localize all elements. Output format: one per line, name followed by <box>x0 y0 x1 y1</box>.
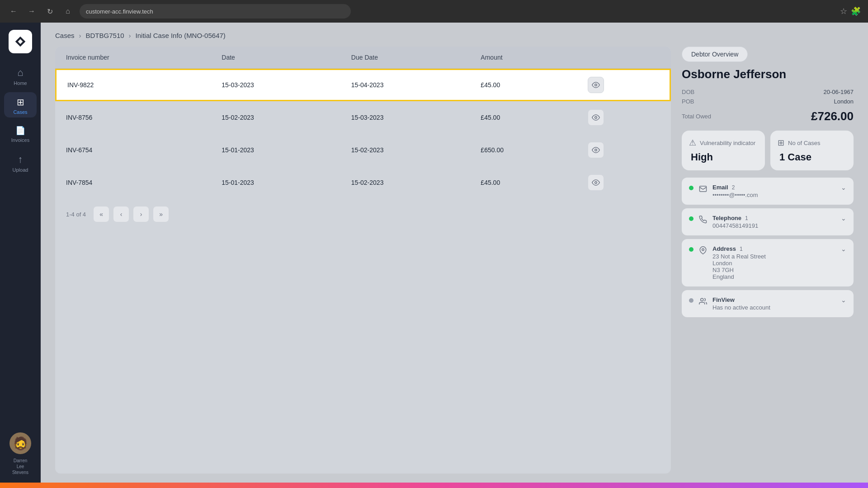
invoice-action <box>577 166 671 199</box>
extensions-button[interactable]: 🧩 <box>851 6 861 16</box>
contact-count: 2 <box>732 184 735 191</box>
home-icon: ⌂ <box>17 67 23 79</box>
sidebar-item-invoices[interactable]: 📄 Invoices <box>4 121 37 145</box>
invoice-number: INV-7854 <box>55 166 211 199</box>
avatar[interactable]: 🧔 <box>9 432 31 454</box>
breadcrumb-sep-2: › <box>129 32 131 39</box>
col-amount: Amount <box>470 47 576 69</box>
home-button[interactable]: ⌂ <box>61 5 74 18</box>
table-row[interactable]: INV-7854 15-01-2023 15-02-2023 £45.00 <box>55 166 671 199</box>
upload-icon: ↑ <box>18 154 23 165</box>
debtor-dob-row: DOB 20-06-1967 <box>682 89 854 95</box>
invoice-number: INV-9822 <box>55 69 211 101</box>
invoice-date: 15-02-2023 <box>211 101 340 134</box>
contact-section-address: Address 1 23 Not a Real StreetLondonN3 7… <box>682 239 854 286</box>
page-first-btn[interactable]: « <box>93 206 109 222</box>
contact-type: Address <box>712 245 736 252</box>
contact-icon-email <box>699 185 707 195</box>
app-container: ⌂ Home ⊞ Cases 📄 Invoices ↑ Upload 🧔 Dar… <box>0 23 868 483</box>
cases-header: ⊞ No of Cases <box>778 138 821 148</box>
contact-content: Email 2 ••••••••@•••••.com <box>712 184 835 198</box>
contact-content: Telephone 1 00447458149191 <box>712 215 835 229</box>
expand-icon[interactable]: ⌄ <box>841 296 846 304</box>
cases-label: Cases <box>13 109 27 115</box>
col-date: Date <box>211 47 340 69</box>
contact-value: 23 Not a Real StreetLondonN3 7GHEngland <box>712 253 835 280</box>
expand-icon[interactable]: ⌄ <box>841 245 846 253</box>
invoices-icon: 📄 <box>15 126 25 136</box>
vulnerability-header: ⚠ Vulnerability indicator <box>689 138 755 148</box>
contact-value: Has no active account <box>712 304 835 311</box>
cases-card: ⊞ No of Cases 1 Case <box>770 131 854 170</box>
svg-point-2 <box>594 84 597 86</box>
forward-button[interactable]: → <box>25 5 38 18</box>
expand-icon[interactable]: ⌄ <box>841 215 846 222</box>
reload-button[interactable]: ↻ <box>43 5 56 18</box>
sidebar-item-home[interactable]: ⌂ Home <box>4 62 37 89</box>
contact-title: FinView <box>712 296 835 303</box>
invoices-label: Invoices <box>11 137 29 143</box>
view-button[interactable] <box>588 109 604 126</box>
debtor-overview-button[interactable]: Debtor Overview <box>682 47 748 62</box>
page-next-btn[interactable]: › <box>133 206 149 222</box>
invoice-action <box>577 101 671 134</box>
contact-section-telephone: Telephone 1 00447458149191 ⌄ <box>682 208 854 235</box>
invoice-date: 15-01-2023 <box>211 134 340 166</box>
total-owed-label: Total Owed <box>682 113 711 120</box>
app-logo <box>9 30 32 53</box>
page-info: 1-4 of 4 <box>66 211 86 218</box>
debtor-pob-row: POB London <box>682 98 854 105</box>
contact-row[interactable]: FinView Has no active account ⌄ <box>682 290 854 317</box>
svg-point-8 <box>701 298 703 301</box>
invoice-due: 15-03-2023 <box>340 101 470 134</box>
cases-card-icon: ⊞ <box>778 138 784 148</box>
contact-count: 1 <box>745 215 748 221</box>
contact-row[interactable]: Telephone 1 00447458149191 ⌄ <box>682 208 854 235</box>
cases-value: 1 Case <box>778 151 811 163</box>
view-button[interactable] <box>588 174 604 191</box>
page-last-btn[interactable]: » <box>153 206 169 222</box>
url-text: customer-acc.finview.tech <box>86 8 153 15</box>
contact-section-finview: FinView Has no active account ⌄ <box>682 290 854 317</box>
content-area: Invoice number Date Due Date Amount INV-… <box>41 47 868 483</box>
dob-value: 20-06-1967 <box>824 89 854 95</box>
invoice-amount: £45.00 <box>470 166 576 199</box>
contact-type: Telephone <box>712 215 741 221</box>
sidebar-item-upload[interactable]: ↑ Upload <box>4 149 37 175</box>
vulnerability-label: Vulnerability indicator <box>700 140 755 146</box>
page-prev-btn[interactable]: ‹ <box>113 206 129 222</box>
expand-icon[interactable]: ⌄ <box>841 184 846 191</box>
contacts-container: Email 2 ••••••••@•••••.com ⌄ Telephone 1… <box>682 178 854 321</box>
bottom-bar <box>0 483 868 488</box>
view-button[interactable] <box>588 142 604 158</box>
contact-dot <box>689 247 693 252</box>
vulnerability-value: High <box>689 151 713 163</box>
address-bar: customer-acc.finview.tech <box>80 4 351 19</box>
total-owed-value: £726.00 <box>811 109 854 123</box>
browser-actions: ☆ 🧩 <box>840 6 861 16</box>
breadcrumb-current: Initial Case Info (MNO-05647) <box>136 32 226 39</box>
vulnerability-card: ⚠ Vulnerability indicator High <box>682 131 765 170</box>
invoice-action <box>577 134 671 166</box>
star-button[interactable]: ☆ <box>840 6 847 16</box>
contact-icon-telephone <box>699 216 707 226</box>
breadcrumb-case-id[interactable]: BDTBG7510 <box>86 32 124 39</box>
table-row[interactable]: INV-6754 15-01-2023 15-02-2023 £650.00 <box>55 134 671 166</box>
sidebar-item-cases[interactable]: ⊞ Cases <box>4 92 37 117</box>
table-row[interactable]: INV-9822 15-03-2023 15-04-2023 £45.00 <box>55 69 671 101</box>
back-button[interactable]: ← <box>7 5 20 18</box>
breadcrumb-sep-1: › <box>79 32 81 39</box>
debtor-name: Osborne Jefferson <box>682 67 854 81</box>
table-row[interactable]: INV-8756 15-02-2023 15-03-2023 £45.00 <box>55 101 671 134</box>
contact-section-email: Email 2 ••••••••@•••••.com ⌄ <box>682 178 854 205</box>
contact-row[interactable]: Email 2 ••••••••@•••••.com ⌄ <box>682 178 854 205</box>
dob-label: DOB <box>682 89 694 95</box>
sidebar-bottom: 🧔 Darren Lee Stevens <box>9 432 31 475</box>
contact-title: Address 1 <box>712 245 835 252</box>
breadcrumb-cases[interactable]: Cases <box>55 32 75 39</box>
view-button[interactable] <box>588 77 604 93</box>
main-content: Cases › BDTBG7510 › Initial Case Info (M… <box>41 23 868 483</box>
contact-row[interactable]: Address 1 23 Not a Real StreetLondonN3 7… <box>682 239 854 286</box>
invoice-number: INV-6754 <box>55 134 211 166</box>
svg-point-4 <box>594 149 597 151</box>
